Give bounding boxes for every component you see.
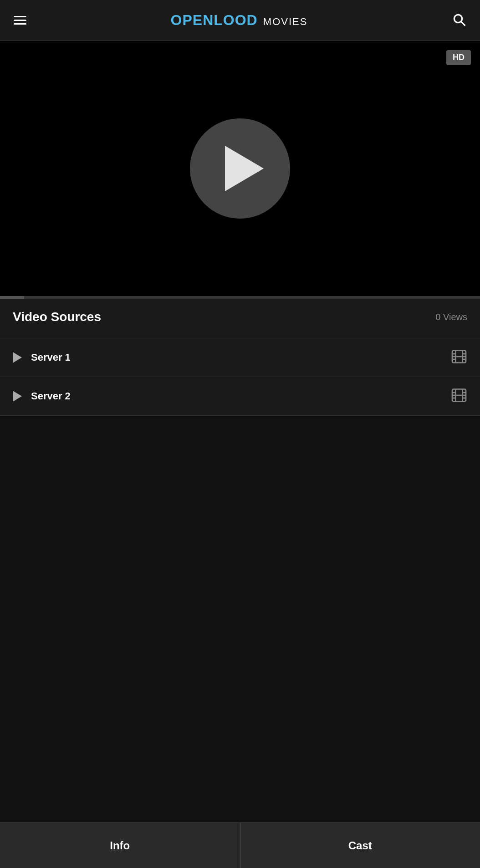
bottom-tabs: Info Cast	[0, 822, 480, 868]
server-2-play-icon	[13, 391, 22, 402]
video-sources-title: Video Sources	[13, 310, 101, 324]
server-item-2[interactable]: Server 2	[0, 377, 480, 416]
header: OPENLOOD MOVIES	[0, 0, 480, 41]
tab-cast[interactable]: Cast	[240, 823, 480, 868]
video-sources-views: 0 Views	[435, 312, 467, 322]
video-sources-header: Video Sources 0 Views	[13, 310, 467, 324]
server-list: Server 1 Server 2	[0, 338, 480, 416]
logo-text-open: OPENL	[171, 12, 223, 28]
svg-point-0	[454, 15, 462, 22]
tab-info[interactable]: Info	[0, 823, 240, 868]
content-area	[0, 416, 480, 868]
search-icon	[452, 12, 466, 27]
server-item-1[interactable]: Server 1	[0, 338, 480, 377]
logo: OPENLOOD MOVIES	[31, 12, 447, 29]
server-1-play-icon	[13, 352, 22, 363]
play-icon	[225, 146, 264, 191]
server-1-left: Server 1	[13, 352, 71, 363]
server-2-left: Server 2	[13, 390, 71, 402]
svg-line-1	[461, 21, 465, 26]
hd-badge: HD	[446, 50, 471, 65]
logo-text-movies: MOVIES	[260, 16, 308, 27]
server-2-film-icon	[451, 387, 467, 405]
menu-button[interactable]	[9, 11, 31, 29]
server-1-film-icon	[451, 348, 467, 367]
video-player[interactable]: HD	[0, 41, 480, 296]
play-button[interactable]	[190, 118, 290, 219]
server-1-name: Server 1	[31, 352, 71, 363]
video-sources-section: Video Sources 0 Views	[0, 299, 480, 338]
logo-text-load: OOD	[223, 12, 258, 28]
server-2-name: Server 2	[31, 390, 71, 402]
search-button[interactable]	[447, 8, 471, 33]
